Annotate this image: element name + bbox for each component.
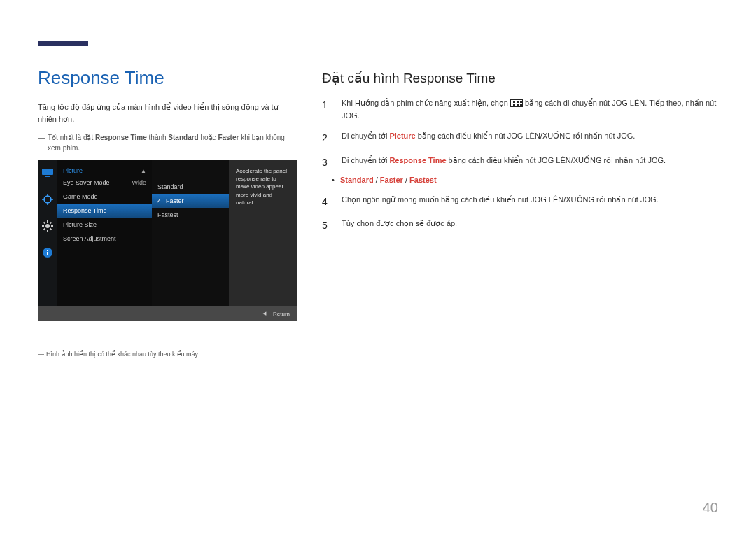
step-body: Chọn ngôn ngữ mong muốn bằng cách điều k… [342, 194, 718, 209]
osd-item: Game Mode [57, 190, 152, 204]
tip-bold: Standard [168, 134, 198, 141]
step-body: Di chuyển tới Picture bằng cách điều khi… [342, 130, 718, 146]
step-4: 4 Chọn ngôn ngữ mong muốn bằng cách điều… [322, 194, 718, 209]
step-5: 5 Tùy chọn được chọn sẽ được áp. [322, 218, 718, 233]
tip-bold: Response Time [95, 134, 147, 141]
step-text: Di chuyển tới [342, 132, 389, 140]
triangle-left-icon: ◀ [262, 311, 266, 316]
svg-rect-0 [42, 169, 53, 175]
osd-sub-item: Standard [152, 180, 229, 194]
page-title: Response Time [38, 67, 297, 89]
info-icon [41, 247, 54, 258]
intro-text: Tăng tốc độ đáp ứng của màn hình để vide… [38, 101, 297, 125]
svg-rect-17 [47, 252, 48, 255]
osd-sub-item: Fastest [152, 208, 229, 222]
osd-help-tip: Accelerate the panel response rate to ma… [229, 160, 297, 306]
tip-text: Tốt nhất là đặt [48, 134, 95, 141]
option: Standard [340, 176, 374, 184]
osd-screenshot: Picture ▲ Eye Saver Mode Wide Game Mode … [38, 160, 297, 321]
osd-menu-title-label: Picture [63, 167, 83, 174]
step-text: Di chuyển tới [342, 156, 389, 164]
step-number: 3 [322, 155, 333, 170]
svg-point-7 [46, 224, 50, 228]
osd-footer: ◀ Return [38, 306, 297, 321]
osd-return-label: Return [273, 311, 290, 317]
step-2: 2 Di chuyển tới Picture bằng cách điều k… [322, 130, 718, 146]
tip-bold: Faster [218, 134, 239, 141]
osd-sidebar [38, 160, 57, 306]
osd-item-label: Eye Saver Mode [63, 179, 110, 186]
svg-line-15 [50, 223, 52, 224]
osd-item-label: Game Mode [63, 193, 98, 200]
options-list: Standard / Faster / Fastest [322, 176, 718, 184]
tip-text: thành [147, 134, 169, 141]
svg-line-14 [44, 229, 46, 230]
menu-grid-icon [510, 99, 523, 107]
step-highlight: Picture [389, 132, 415, 140]
option-sep: / [403, 176, 410, 184]
page-number: 40 [703, 500, 718, 516]
step-3: 3 Di chuyển tới Response Time bằng cách … [322, 155, 718, 170]
step-body: Khi Hướng dẫn phím chức năng xuất hiện, … [342, 97, 718, 122]
header-mark [38, 41, 88, 46]
step-highlight: Response Time [389, 156, 446, 164]
chevron-up-icon: ▲ [141, 168, 146, 174]
step-1: 1 Khi Hướng dẫn phím chức năng xuất hiện… [322, 97, 718, 122]
svg-rect-18 [47, 250, 48, 251]
step-text: bằng cách điều khiển nút JOG LÊN/XUỐNG r… [447, 156, 666, 164]
osd-item-label: Screen Adjustment [63, 235, 116, 242]
target-icon [41, 194, 54, 205]
osd-menu-list: Picture ▲ Eye Saver Mode Wide Game Mode … [57, 160, 152, 306]
svg-rect-1 [46, 176, 50, 177]
svg-line-12 [44, 223, 46, 224]
osd-submenu: Standard Faster Fastest [152, 160, 229, 306]
monitor-icon [41, 167, 54, 178]
step-text: bằng cách điều khiển nút JOG LÊN/XUỐNG r… [416, 132, 636, 140]
osd-item: Picture Size [57, 218, 152, 232]
option: Fastest [410, 176, 437, 184]
osd-item-label: Response Time [63, 207, 107, 214]
best-practice-note: Tốt nhất là đặt Response Time thành Stan… [38, 132, 297, 153]
step-number: 4 [322, 194, 333, 209]
osd-item-value: Wide [132, 179, 146, 186]
step-body: Di chuyển tới Response Time bằng cách đi… [342, 155, 718, 170]
svg-point-2 [44, 196, 51, 203]
image-disclaimer: Hình ảnh hiển thị có thể khác nhau tùy t… [38, 351, 297, 358]
option: Faster [380, 176, 403, 184]
osd-item: Screen Adjustment [57, 232, 152, 246]
svg-line-13 [50, 229, 52, 230]
tip-text: hoặc [199, 134, 218, 141]
osd-menu-title: Picture ▲ [57, 166, 152, 176]
footnote-rule [38, 344, 157, 344]
option-sep: / [374, 176, 380, 184]
section-heading: Đặt cấu hình Response Time [322, 70, 718, 86]
header-rule [38, 38, 718, 50]
step-number: 1 [322, 97, 333, 122]
step-text: Khi Hướng dẫn phím chức năng xuất hiện, … [342, 99, 510, 107]
osd-item: Eye Saver Mode Wide [57, 176, 152, 190]
gear-icon [41, 220, 54, 232]
step-number: 5 [322, 218, 333, 233]
osd-item-selected: Response Time [57, 204, 152, 218]
osd-sub-item-selected: Faster [152, 194, 229, 208]
osd-item-label: Picture Size [63, 221, 97, 228]
step-body: Tùy chọn được chọn sẽ được áp. [342, 218, 718, 233]
step-number: 2 [322, 130, 333, 146]
